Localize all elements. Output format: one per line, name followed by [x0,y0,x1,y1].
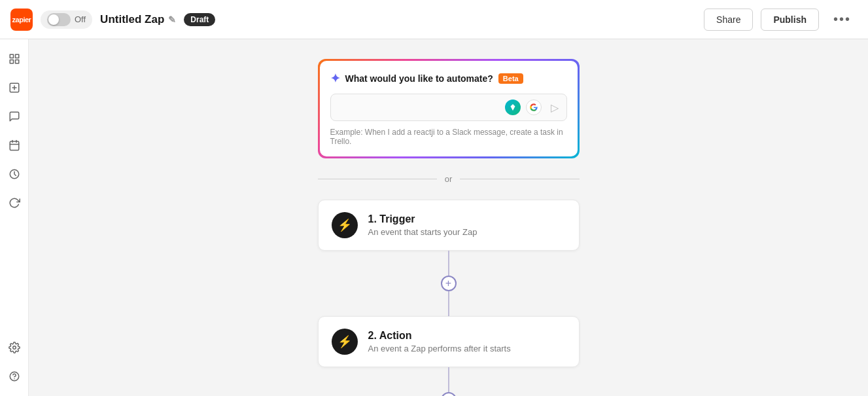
trigger-icon-circle: ⚡ [332,212,358,238]
ai-card-inner: ✦ What would you like to automate? Beta [320,61,578,156]
ai-input-field[interactable] [339,102,505,113]
zap-title: Untitled Zap ✎ [100,13,176,26]
sidebar-icon-clock[interactable] [3,162,26,186]
action-subtitle: An event a Zap performs after it starts [368,344,511,353]
svg-rect-3 [15,60,18,63]
ai-card-header-text: What would you like to automate? [345,73,493,84]
edit-icon[interactable]: ✎ [168,14,176,25]
ai-google-icon[interactable] [526,99,542,115]
add-step-button-bottom[interactable]: + [441,392,457,396]
vert-line-top [448,251,449,276]
toggle-thumb [48,14,59,25]
ai-example-text: Example: When I add a reactji to a Slack… [330,128,567,146]
logo-text: zapier [12,16,31,24]
ai-card-header: ✦ What would you like to automate? Beta [330,71,567,86]
svg-rect-0 [10,54,13,58]
connector-area: + [441,251,457,316]
toggle-label: Off [75,14,86,24]
bottom-connector-area: + [441,367,457,396]
ai-send-icon[interactable]: ▷ [551,101,559,114]
trigger-content: 1. Trigger An event that starts your Zap [368,213,477,237]
action-step-card[interactable]: ⚡ 2. Action An event a Zap performs afte… [318,316,580,367]
action-content: 2. Action An event a Zap performs after … [368,330,511,353]
trigger-subtitle: An event that starts your Zap [368,227,477,237]
vert-line-bottom2 [448,367,449,392]
sidebar-icon-refresh[interactable] [3,191,26,215]
trigger-title: 1. Trigger [368,213,477,225]
svg-rect-2 [10,60,13,63]
action-icon-circle: ⚡ [332,329,358,355]
beta-badge: Beta [498,73,523,84]
main-layout: ✦ What would you like to automate? Beta [0,39,868,396]
sidebar-icon-help[interactable] [3,365,26,388]
zap-title-text: Untitled Zap [100,13,164,26]
sidebar-icon-settings[interactable] [3,336,26,359]
draft-badge: Draft [184,13,215,26]
publish-button[interactable]: Publish [761,9,819,31]
more-options-button[interactable]: ••• [827,7,858,32]
plus-icon: + [445,278,451,289]
add-step-button-between[interactable]: + [441,276,457,291]
action-title: 2. Action [368,330,511,342]
ai-input-icons: ▷ [505,99,559,115]
header: zapier Off Untitled Zap ✎ Draft Share Pu… [0,0,868,39]
ai-star-icon: ✦ [330,71,340,86]
sidebar-icon-calendar[interactable] [3,134,26,157]
ai-gem-icon[interactable] [505,99,521,115]
sidebar-icon-add[interactable] [3,76,26,99]
svg-point-12 [12,346,16,350]
or-line-left [318,179,437,179]
action-lightning-icon: ⚡ [338,334,352,349]
sidebar-icon-chat[interactable] [3,105,26,128]
vert-line-bottom [448,291,449,316]
svg-rect-1 [15,54,18,58]
ai-automation-card: ✦ What would you like to automate? Beta [318,59,580,158]
share-button[interactable]: Share [704,9,753,31]
toggle-switch[interactable] [47,13,71,26]
sidebar-icon-grid[interactable] [3,47,26,71]
svg-marker-15 [510,104,515,111]
or-divider: or [318,174,580,184]
canvas: ✦ What would you like to automate? Beta [29,39,868,396]
toggle-container[interactable]: Off [41,10,92,29]
or-line-right [460,179,579,179]
ai-input-row[interactable]: ▷ [330,94,567,121]
sidebar [0,39,29,396]
trigger-step-card[interactable]: ⚡ 1. Trigger An event that starts your Z… [318,200,580,251]
svg-rect-7 [10,141,19,151]
or-text: or [445,174,453,184]
trigger-lightning-icon: ⚡ [338,218,352,232]
zapier-logo: zapier [10,9,33,31]
